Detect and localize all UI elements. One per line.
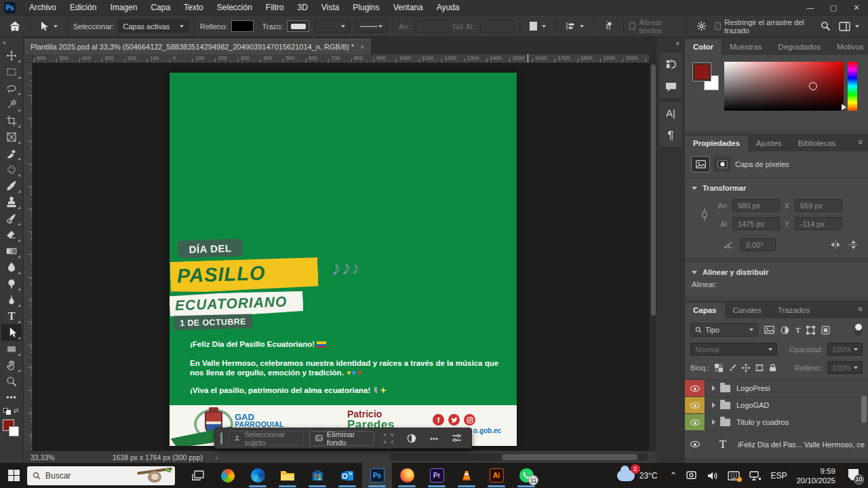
layer-row-logopresi[interactable]: LogoPresi [685,380,868,397]
restringir-checkbox[interactable] [715,22,722,30]
layer-row-titulo[interactable]: Titulo y cuadros [685,414,868,431]
network-icon[interactable] [749,471,761,481]
photoshop-taskbar-icon[interactable]: Ps [362,463,392,488]
menu-3d[interactable]: 3D [290,3,314,12]
menu-ayuda[interactable]: Ayuda [430,3,467,12]
transform-section-header[interactable]: Transformar [685,178,868,195]
poster-document[interactable]: DÍA DEL PASILLO ♪♪♪ ECUATORIANO 1 DE OCT… [170,73,517,446]
filter-pixel-icon[interactable] [764,326,774,334]
visibility-toggle[interactable] [685,414,705,430]
lock-transparent-icon[interactable] [715,364,723,372]
layers-scroll-thumb[interactable] [861,396,867,423]
history-panel-icon[interactable] [664,57,677,71]
clone-stamp-tool[interactable] [1,194,22,210]
start-button[interactable] [0,463,27,488]
path-arrangement-icon[interactable] [599,18,618,35]
properties-sliders-icon[interactable] [448,430,466,447]
pixel-layer-icon[interactable] [692,157,709,172]
select-mode-dropdown[interactable]: Capas activas [118,20,189,33]
tab-degradados[interactable]: Degradados [770,39,829,55]
lock-paint-icon[interactable] [728,364,736,372]
quick-selection-tool[interactable] [1,96,22,113]
blur-tool[interactable] [1,259,22,276]
touch-keyboard-icon[interactable] [728,471,740,481]
menu-plugins[interactable]: Plugins [346,3,386,12]
home-icon[interactable] [5,18,24,35]
canvas-area[interactable]: DÍA DEL PASILLO ♪♪♪ ECUATORIANO 1 DE OCT… [33,63,649,451]
firefox-icon[interactable] [392,463,422,488]
foreground-color-swatch-panel[interactable] [693,63,711,81]
hand-tool[interactable] [1,357,22,373]
zoom-tool[interactable] [1,373,22,390]
search-icon[interactable] [816,18,835,35]
outlook-icon[interactable] [332,463,362,488]
stroke-swatch[interactable] [287,20,309,32]
vlc-icon[interactable] [452,463,481,488]
layer-filter-dropdown[interactable]: Tipo [690,323,758,337]
zoom-level[interactable]: 33,33% [31,453,55,462]
fill-swatch[interactable] [231,20,254,32]
group-expand-icon[interactable] [712,386,715,391]
clock[interactable]: 9:59 20/10/2025 [796,466,835,485]
group-expand-icon[interactable] [712,419,715,425]
eyedropper-tool[interactable] [1,145,22,162]
tab-ajustes[interactable]: Ajustes [748,136,790,151]
type-tool[interactable]: T [1,308,22,324]
context-bar-drag-handle[interactable] [220,432,222,445]
lasso-tool[interactable] [1,80,22,96]
paragraph-panel-icon[interactable]: ¶ [664,129,677,143]
workspace-switcher-icon[interactable] [835,18,863,35]
healing-tool[interactable] [1,162,22,178]
tab-muestras[interactable]: Muestras [722,39,770,55]
layer-mask-icon[interactable] [713,157,731,172]
eraser-tool[interactable] [1,227,22,243]
toolbar-expand-icon[interactable]: » [0,37,9,48]
comments-panel-icon[interactable] [664,80,677,94]
menu-imagen[interactable]: Imagen [103,3,144,12]
file-explorer-icon[interactable] [273,463,302,488]
edge-icon[interactable] [243,463,273,488]
panel-menu-icon[interactable]: ≡ [853,305,868,318]
menu-seleccion[interactable]: Selección [210,3,259,12]
tab-canales[interactable]: Canales [725,303,770,318]
move-tool[interactable] [1,48,22,64]
path-operations-icon[interactable] [526,18,550,35]
more-options-icon[interactable]: ••• [426,430,442,447]
hue-slider-pointer[interactable] [842,104,846,111]
tab-motivos[interactable]: Motivos [829,39,868,55]
menu-archivo[interactable]: Archivo [22,3,63,12]
crop-tool[interactable] [1,113,22,129]
dock-collapse-icon[interactable]: « [670,37,685,49]
contextual-task-bar[interactable]: Seleccionar sujeto Eliminar fondo ••• [214,428,472,449]
menu-texto[interactable]: Texto [177,3,210,12]
layer-row-logogad[interactable]: LogoGAD [685,397,868,414]
adjustment-icon[interactable] [403,430,420,447]
color-spectrum-field[interactable] [724,62,844,111]
premiere-pro-icon[interactable]: Pr [422,463,452,488]
filter-smart-object-icon[interactable] [821,326,830,335]
close-button[interactable]: ✕ [845,0,868,15]
history-brush-tool[interactable] [1,210,22,227]
notification-center-icon[interactable]: 10 [845,469,861,483]
path-select-tool-icon[interactable] [36,18,62,35]
rectangle-shape-tool[interactable] [1,341,22,357]
filter-toggle[interactable] [854,324,863,336]
filter-type-icon[interactable]: T [795,326,800,334]
lock-position-icon[interactable] [742,364,750,372]
align-section-header[interactable]: Alinear y distribuir [685,262,868,279]
copilot-icon[interactable] [213,463,243,488]
tray-expand-icon[interactable]: ⌃ [670,470,677,481]
teams-meeting-icon[interactable] [686,470,698,481]
weather-widget[interactable]: 2 23°C [614,470,660,481]
panel-menu-icon[interactable]: ≡ [853,138,868,151]
more-tools[interactable]: ••• [1,390,22,406]
flip-vertical-icon[interactable] [848,240,859,250]
lock-all-icon[interactable] [769,364,776,372]
visibility-toggle[interactable] [685,380,705,396]
pen-tool[interactable] [1,292,22,308]
canvas-horizontal-scrollbar[interactable] [390,453,648,461]
whatsapp-icon[interactable]: 11 [511,463,541,488]
group-expand-icon[interactable] [712,402,715,408]
tab-propiedades[interactable]: Propiedades [685,136,748,151]
microsoft-store-icon[interactable] [302,463,332,488]
